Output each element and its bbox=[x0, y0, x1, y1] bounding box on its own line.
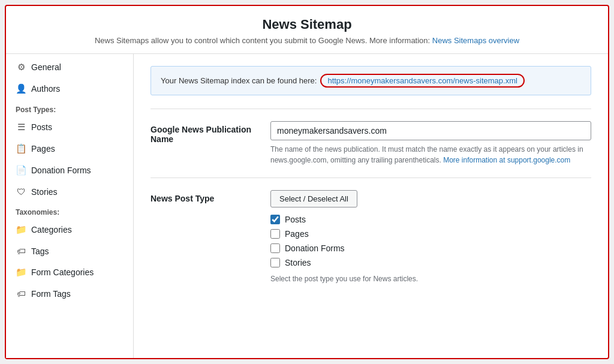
publication-name-label-col: Google News Publication Name bbox=[151, 121, 258, 144]
news-post-type-row: News Post Type Select / Deselect All Pos… bbox=[151, 190, 591, 284]
form-icon: 📄 bbox=[16, 165, 26, 176]
folder-icon: 📁 bbox=[16, 224, 26, 235]
checkbox-item-donation-forms[interactable]: Donation Forms bbox=[270, 243, 591, 253]
taxonomies-section-label: Taxonomies: bbox=[6, 202, 133, 219]
page-icon: 📋 bbox=[16, 143, 26, 154]
news-post-type-label: News Post Type bbox=[151, 194, 214, 203]
publication-name-field-col: The name of the news publication. It mus… bbox=[270, 121, 591, 166]
sidebar-item-tags[interactable]: 🏷 Tags bbox=[6, 240, 133, 261]
news-sitemaps-overview-link[interactable]: News Sitemaps overview bbox=[432, 36, 519, 45]
page-container: News Sitemap News Sitemaps allow you to … bbox=[5, 5, 609, 359]
select-deselect-button[interactable]: Select / Deselect All bbox=[270, 190, 357, 207]
sidebar-label-authors: Authors bbox=[31, 84, 60, 94]
checkbox-donation-forms[interactable] bbox=[270, 243, 280, 253]
main-content: Your News Sitemap index can be found her… bbox=[134, 54, 608, 358]
sidebar-label-general: General bbox=[31, 62, 61, 72]
checkbox-stories-label: Stories bbox=[285, 258, 311, 267]
publication-name-description: The name of the news publication. It mus… bbox=[270, 144, 591, 166]
checkbox-posts-label: Posts bbox=[285, 215, 306, 224]
checkbox-group: Posts Pages Donation Forms bbox=[270, 215, 591, 267]
post-types-section-label: Post Types: bbox=[6, 100, 133, 116]
checkbox-item-stories[interactable]: Stories bbox=[270, 258, 591, 267]
google-news-section: Google News Publication Name The name of… bbox=[151, 109, 591, 178]
sidebar-item-general[interactable]: ⚙ General bbox=[6, 56, 133, 78]
checkbox-pages-label: Pages bbox=[285, 229, 309, 239]
gear-icon: ⚙ bbox=[16, 62, 26, 73]
sidebar-item-form-tags[interactable]: 🏷 Form Tags bbox=[6, 283, 133, 304]
sidebar-item-form-categories[interactable]: 📁 Form Categories bbox=[6, 261, 133, 283]
sidebar-label-pages: Pages bbox=[31, 144, 55, 154]
post-type-description: Select the post type you use for News ar… bbox=[270, 273, 591, 284]
info-box: Your News Sitemap index can be found her… bbox=[151, 66, 591, 95]
folder2-icon: 📁 bbox=[16, 267, 26, 278]
sidebar-label-stories: Stories bbox=[31, 187, 58, 197]
sitemap-url-link[interactable]: https://moneymakersandsavers.com/news-si… bbox=[320, 74, 524, 88]
page-title: News Sitemap bbox=[18, 17, 596, 32]
sidebar-item-categories[interactable]: 📁 Categories bbox=[6, 219, 133, 240]
sidebar-item-posts[interactable]: ☰ Posts bbox=[6, 116, 133, 138]
sidebar: ⚙ General 👤 Authors Post Types: ☰ Posts … bbox=[6, 54, 134, 358]
tag2-icon: 🏷 bbox=[16, 288, 26, 299]
stories-icon: 🛡 bbox=[16, 186, 26, 197]
news-post-type-label-col: News Post Type bbox=[151, 190, 258, 203]
news-post-type-field-col: Select / Deselect All Posts Pages bbox=[270, 190, 591, 284]
sidebar-item-donation-forms[interactable]: 📄 Donation Forms bbox=[6, 160, 133, 181]
checkbox-donation-forms-label: Donation Forms bbox=[285, 243, 345, 253]
checkbox-posts[interactable] bbox=[270, 215, 280, 224]
checkbox-pages[interactable] bbox=[270, 229, 280, 239]
info-box-text: Your News Sitemap index can be found her… bbox=[161, 76, 317, 85]
sidebar-label-donation-forms: Donation Forms bbox=[31, 166, 91, 175]
page-description: News Sitemaps allow you to control which… bbox=[18, 36, 596, 45]
sidebar-label-form-tags: Form Tags bbox=[31, 289, 71, 299]
sidebar-item-authors[interactable]: 👤 Authors bbox=[6, 78, 133, 100]
publication-name-label: Google News Publication Name bbox=[151, 125, 251, 144]
sidebar-label-tags: Tags bbox=[31, 246, 49, 256]
sidebar-item-stories[interactable]: 🛡 Stories bbox=[6, 181, 133, 202]
person-icon: 👤 bbox=[16, 83, 26, 94]
news-post-type-section: News Post Type Select / Deselect All Pos… bbox=[151, 178, 591, 296]
page-header: News Sitemap News Sitemaps allow you to … bbox=[6, 6, 608, 54]
publication-name-input[interactable] bbox=[270, 121, 591, 140]
sidebar-label-form-categories: Form Categories bbox=[31, 267, 94, 277]
sidebar-label-categories: Categories bbox=[31, 225, 72, 234]
content-wrapper: ⚙ General 👤 Authors Post Types: ☰ Posts … bbox=[6, 54, 608, 358]
more-info-link[interactable]: More information at support.google.com bbox=[443, 156, 570, 164]
sidebar-item-pages[interactable]: 📋 Pages bbox=[6, 138, 133, 160]
tag-icon: 🏷 bbox=[16, 246, 26, 256]
checkbox-item-posts[interactable]: Posts bbox=[270, 215, 591, 224]
checkbox-stories[interactable] bbox=[270, 258, 280, 267]
list-icon: ☰ bbox=[16, 122, 26, 133]
checkbox-item-pages[interactable]: Pages bbox=[270, 229, 591, 239]
publication-name-row: Google News Publication Name The name of… bbox=[151, 121, 591, 166]
sidebar-label-posts: Posts bbox=[31, 122, 52, 132]
